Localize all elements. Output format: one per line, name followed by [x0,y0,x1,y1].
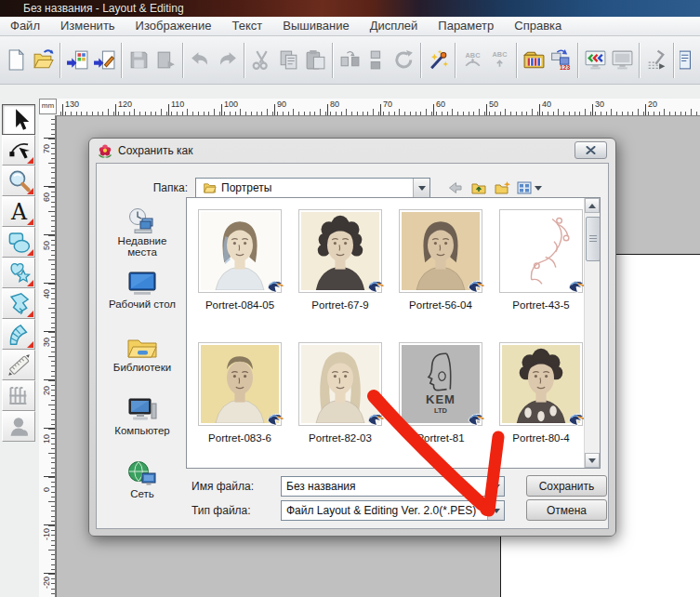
cancel-button[interactable]: Отмена [526,499,607,521]
file-name-value: Без названия [282,480,487,493]
sew-order-button[interactable]: 123 [548,47,574,73]
file-thumbnail[interactable]: Portret-084-05 [198,209,282,342]
place-recent-places[interactable]: Недавниеместа [99,206,186,268]
menu-item-8[interactable]: Справка [504,17,572,35]
stitch-simulator-button[interactable] [644,47,669,73]
thumbnail-image[interactable] [298,342,382,426]
thumbnail-image[interactable] [198,209,282,293]
open-file-button[interactable] [31,47,56,73]
ruler-label: 90 [277,100,286,109]
up-one-level-button[interactable] [469,178,489,198]
stitch-preview-icon [584,48,607,72]
file-thumbnail[interactable]: Portret-083-6 [198,342,282,469]
text-fit-transform-button[interactable]: ABC [487,47,512,73]
thumbnail-image[interactable] [499,209,583,293]
file-thumbnail[interactable]: Portret-82-03 [298,342,382,469]
design-property-button[interactable] [679,47,700,73]
folder-dropdown-button[interactable] [413,179,429,197]
tool-manual-punch[interactable] [2,288,35,319]
new-folder-icon [495,179,511,196]
tool-fan-shape[interactable] [2,319,35,350]
ruler-major-tick [62,104,63,115]
stitch-preview-button[interactable] [583,47,608,73]
magic-wand-button[interactable] [426,47,451,73]
toolbar-separator [577,43,579,78]
realistic-preview-button[interactable] [610,47,635,73]
place-libraries[interactable]: Библиотеки [99,333,186,394]
folder-combobox[interactable]: Портреты [195,178,430,198]
tool-stitch-attributes[interactable] [2,380,35,411]
scrollbar-thumb[interactable] [586,217,601,261]
tool-point-edit[interactable] [2,135,35,166]
window-title: Без названия - Layout & Editing [23,2,184,15]
ruler-unit-label: mm [39,99,57,114]
flip-horizontal-button[interactable] [337,47,363,73]
write-to-card-button[interactable] [153,47,178,73]
scroll-up-button[interactable] [585,198,600,213]
file-thumbnail[interactable]: Portret-67-9 [298,209,382,342]
new-document-button[interactable] [4,47,29,73]
file-thumbnail[interactable]: Portret-80-4 [499,342,583,469]
ruler-label: 70 [42,144,51,153]
thumbnail-image[interactable] [399,209,482,293]
back-button[interactable] [444,178,465,198]
text-fit-arch-button[interactable]: ABC [460,47,485,73]
save-button[interactable]: Сохранить [526,475,607,497]
menu-item-3[interactable]: Изображение [125,17,222,35]
ruler-major-tick [44,138,55,139]
tool-measure[interactable] [2,350,35,380]
menu-item-6[interactable]: Дисплей [360,17,429,35]
ruler-major-tick [380,104,381,115]
menu-item-7[interactable]: Параметр [428,17,504,35]
undo-button[interactable] [188,47,213,73]
file-thumbnail[interactable]: Portret-43-5 [499,209,583,342]
toolbar-separator [59,43,61,78]
copy-button[interactable] [276,47,301,73]
rotate-button[interactable] [391,47,416,73]
cut-button[interactable] [249,47,274,73]
place-desktop[interactable]: Рабочий стол [99,270,186,331]
redo-button[interactable] [215,47,240,73]
place-computer[interactable]: Компьютер [99,396,186,458]
menu-item-5[interactable]: Вышивание [272,17,359,35]
tool-outline-shapes[interactable] [2,258,35,288]
flip-vertical-button[interactable] [364,47,390,73]
thumbnail-image[interactable] [198,342,282,426]
thumbnail-image[interactable] [499,342,583,426]
point-edit-icon [7,138,32,163]
file-type-combobox[interactable]: Файл Layout & Editing Ver. 2.0(*.PES) [281,500,505,521]
thumbnail-image[interactable] [298,209,382,293]
import-design-button[interactable] [65,47,90,73]
menu-item-2[interactable]: Изменить [50,17,125,35]
file-list[interactable]: Portret-084-05 Portret-67-9 Portret-56-0… [186,197,601,469]
file-list-scrollbar[interactable] [584,198,600,468]
file-thumbnail[interactable]: KEM LTD Portret-81 [399,342,482,469]
file-type-dropdown-button[interactable] [487,501,504,520]
pes-file-badge-icon [467,277,485,296]
tool-zoom[interactable] [2,166,35,196]
dialog-close-button[interactable] [575,141,607,159]
save-button[interactable] [126,47,152,73]
dialog-title-bar[interactable]: Сохранить как [89,139,615,163]
ruler-label: 20 [648,100,657,109]
paste-button[interactable] [303,47,328,73]
file-name-dropdown-button[interactable] [487,477,504,496]
thread-palette-button[interactable] [522,47,547,73]
view-menu-button[interactable] [515,178,543,198]
menu-item-4[interactable]: Текст [222,17,273,35]
tool-basic-shapes[interactable] [2,227,35,258]
ruler-label: 60 [436,100,445,109]
thumbnail-image[interactable]: KEM LTD [399,342,482,426]
place-network[interactable]: Сеть [99,459,186,521]
tool-portrait[interactable] [2,411,35,442]
menu-item-1[interactable]: Файл [0,17,50,35]
file-thumbnail[interactable]: Portret-56-04 [399,209,482,342]
file-name-combobox[interactable]: Без названия [281,476,505,497]
ruler-label: -20 [42,577,51,589]
tool-text[interactable]: A [2,196,35,227]
libraries-icon [126,333,158,361]
new-folder-button[interactable] [493,178,513,198]
scroll-down-button[interactable] [585,453,600,468]
import-image-button[interactable] [92,47,117,73]
tool-select[interactable] [2,104,35,135]
